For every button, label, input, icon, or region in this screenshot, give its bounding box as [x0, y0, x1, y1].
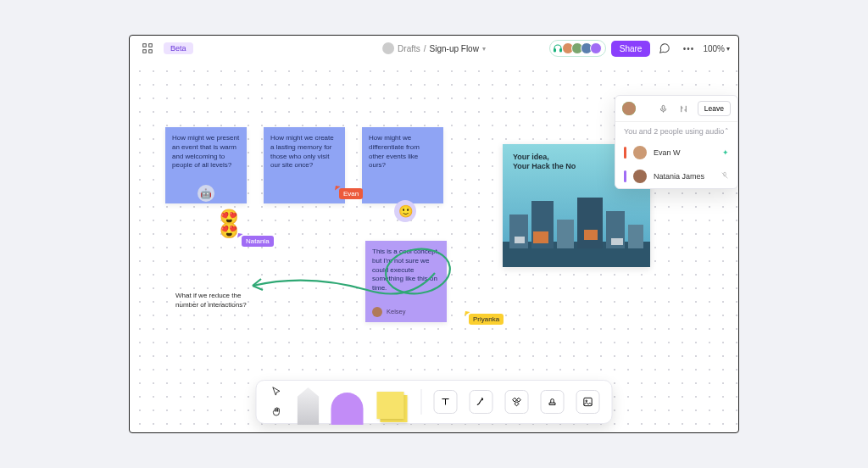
sticky-note-3[interactable]: How might we differentiate from other ev…	[362, 127, 443, 203]
leave-button[interactable]: Leave	[698, 101, 731, 116]
sticky-note-1[interactable]: How might we present an event that is wa…	[165, 127, 247, 203]
svg-rect-1	[149, 44, 153, 47]
mic-button[interactable]	[657, 102, 670, 115]
breadcrumb-sep: /	[424, 44, 426, 53]
participant-name: Natania James	[654, 172, 714, 181]
svg-rect-3	[149, 50, 153, 53]
presence-bar	[624, 147, 626, 159]
owner-avatar	[382, 42, 394, 54]
sticky-text: How might we differentiate from other ev…	[369, 134, 420, 169]
canvas-text[interactable]: What if we reduce the number of interact…	[175, 292, 260, 310]
participant-row-natania[interactable]: Natania James	[615, 164, 737, 188]
presence-bar	[624, 170, 626, 182]
participant-avatar	[633, 146, 647, 159]
beta-badge: Beta	[164, 42, 193, 54]
svg-rect-2	[143, 50, 147, 53]
svg-rect-5	[559, 49, 561, 53]
audio-summary-row[interactable]: You and 2 people using audio ˄	[615, 121, 737, 141]
sticky-note-tool[interactable]	[376, 390, 409, 424]
sticky-author: Kelsey	[372, 307, 406, 317]
shape-tool[interactable]	[331, 393, 364, 425]
audio-panel: Leave You and 2 people using audio ˄ Eva…	[615, 95, 738, 189]
share-button[interactable]: Share	[611, 41, 651, 57]
muted-icon	[721, 171, 729, 181]
smiley-stamp[interactable]: 🙂	[394, 200, 416, 222]
svg-rect-18	[662, 105, 665, 109]
image-tool[interactable]	[576, 390, 600, 414]
topbar: Beta Drafts / Sign-up Flow ▾ Share •••	[130, 36, 738, 61]
text-tool[interactable]	[434, 390, 458, 414]
zoom-control[interactable]: 100%▾	[703, 44, 730, 53]
svg-rect-13	[628, 225, 643, 248]
sticky-note-2[interactable]: How might we create a lasting memory for…	[264, 127, 345, 203]
audio-settings-button[interactable]	[677, 102, 691, 115]
figjam-window: Beta Drafts / Sign-up Flow ▾ Share •••	[129, 35, 739, 433]
self-avatar	[622, 102, 636, 115]
canvas[interactable]: How might we present an event that is wa…	[130, 61, 738, 432]
marker-tool[interactable]	[298, 387, 320, 425]
hand-tool[interactable]	[269, 404, 286, 421]
svg-rect-22	[515, 402, 519, 406]
main-menu-button[interactable]	[138, 39, 157, 58]
svg-rect-11	[577, 198, 603, 248]
svg-rect-4	[554, 49, 555, 53]
chevron-up-icon: ˄	[725, 127, 729, 136]
participant-row-evan[interactable]: Evan W ✦	[615, 141, 737, 164]
city-illustration	[503, 191, 650, 267]
svg-rect-17	[611, 238, 623, 245]
comments-button[interactable]	[655, 39, 674, 58]
tool-dock	[256, 380, 613, 424]
svg-rect-23	[584, 398, 592, 405]
sticky-text: How might we present an event that is wa…	[172, 134, 239, 169]
svg-point-24	[586, 400, 587, 402]
chevron-down-icon[interactable]: ▾	[482, 45, 486, 53]
svg-rect-0	[143, 44, 147, 47]
audio-summary-text: You and 2 people using audio	[624, 127, 724, 136]
svg-rect-16	[515, 237, 525, 243]
cursor-label-priyanka: Priyanka	[469, 314, 504, 325]
sticky-text: How might we create a lasting memory for…	[270, 134, 334, 169]
collaborator-avatars[interactable]	[549, 40, 606, 57]
author-avatar	[372, 307, 382, 317]
cursor-label-natania: Natania	[242, 236, 274, 247]
emote-tool[interactable]	[541, 390, 565, 414]
participant-avatar	[633, 170, 647, 183]
robot-stamp[interactable]: 🤖	[198, 185, 214, 202]
select-tool[interactable]	[269, 383, 286, 400]
breadcrumb-doc: Sign-up Flow	[430, 44, 479, 53]
sticky-text: This is a cool concept, but I'm not sure…	[372, 248, 439, 292]
breadcrumb[interactable]: Drafts / Sign-up Flow ▾	[382, 42, 486, 54]
stamp-tool[interactable]	[505, 390, 529, 414]
connector-tool[interactable]	[470, 390, 493, 414]
sticky-note-4[interactable]: This is a cool concept, but I'm not sure…	[365, 241, 447, 322]
svg-rect-15	[584, 230, 598, 240]
breadcrumb-folder: Drafts	[398, 44, 420, 53]
svg-rect-10	[557, 220, 574, 248]
more-menu-button[interactable]: •••	[679, 39, 698, 58]
svg-rect-14	[533, 231, 548, 243]
speaking-icon: ✦	[722, 148, 729, 157]
cursor-label-evan: Evan	[339, 188, 363, 199]
participant-name: Evan W	[654, 148, 715, 157]
